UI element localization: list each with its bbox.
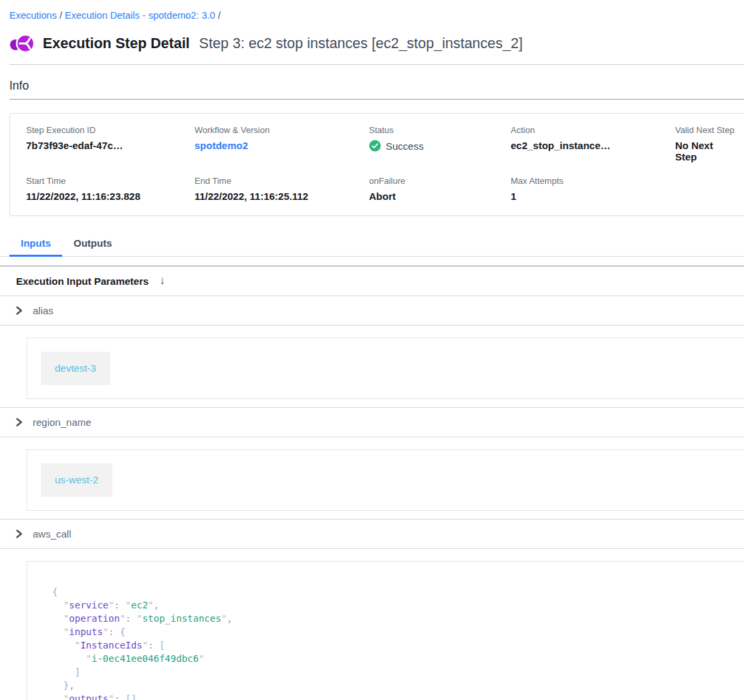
info-field: Valid Next StepNo Next Step [675, 125, 735, 162]
info-field-value: 11/22/2022, 11:16:25.112 [195, 191, 369, 202]
info-field-value: No Next Step [675, 140, 735, 162]
section-aws_call: aws_call{ "service": "ec2", "operation":… [0, 519, 744, 700]
breadcrumb-link[interactable]: Executions [9, 10, 57, 21]
status-value: Success [369, 140, 511, 152]
info-field-label: Status [369, 125, 511, 135]
section-header-alias[interactable]: alias [9, 296, 744, 325]
json-code: { "service": "ec2", "operation": "stop_i… [52, 585, 738, 700]
info-field-value: 1 [511, 191, 675, 202]
chevron-right-icon [15, 306, 23, 316]
section-name-label: region_name [33, 417, 92, 428]
tabs: InputsOutputs [0, 231, 744, 257]
info-field: Max Attempts1 [511, 176, 675, 202]
info-divider [9, 99, 744, 100]
workflow-logo-icon [9, 32, 35, 55]
params-sections: aliasdevtest-3region_nameus-west-2aws_ca… [9, 296, 744, 700]
info-field: StatusSuccess [369, 125, 511, 162]
workflow-link[interactable]: spotdemo2 [195, 140, 248, 151]
code-line: "inputs": { [52, 625, 738, 638]
success-check-icon [369, 140, 381, 152]
info-field-value: 7b73f93e-edaf-47c… [26, 140, 195, 151]
breadcrumb-separator: / [215, 10, 221, 21]
info-field: Start Time11/22/2022, 11:16:23.828 [26, 176, 195, 202]
info-field-label: Valid Next Step [675, 125, 735, 135]
title-divider [9, 64, 744, 65]
info-field-label: onFailure [369, 176, 511, 186]
breadcrumb-link[interactable]: Execution Details - spotdemo2: 3.0 [65, 10, 215, 21]
info-field-label: Step Execution ID [26, 125, 195, 135]
info-heading: Info [9, 79, 744, 93]
info-field: End Time11/22/2022, 11:16:25.112 [195, 176, 369, 202]
code-line: "service": "ec2", [52, 598, 738, 612]
value-chip[interactable]: us-west-2 [41, 463, 112, 497]
section-body-region_name: us-west-2 [9, 437, 744, 519]
code-line: "InstanceIds": [ [52, 638, 738, 652]
info-field: Step Execution ID7b73f93e-edaf-47c… [26, 125, 195, 162]
tab-outputs[interactable]: Outputs [62, 231, 124, 257]
section-header-region_name[interactable]: region_name [9, 408, 744, 437]
status-text: Success [386, 140, 424, 152]
info-field-value: ec2_stop_instance… [511, 140, 675, 151]
section-body-aws_call: { "service": "ec2", "operation": "stop_i… [9, 549, 744, 700]
code-line: "outputs": [] [52, 692, 738, 700]
chevron-right-icon [15, 417, 23, 427]
info-field-label: End Time [195, 176, 369, 186]
section-region_name: region_nameus-west-2 [0, 407, 744, 519]
breadcrumb-separator: / [57, 10, 65, 21]
tab-inputs[interactable]: Inputs [9, 231, 62, 257]
arrow-down-icon[interactable]: ↓ [159, 274, 165, 287]
section-header-aws_call[interactable]: aws_call [9, 519, 744, 548]
params-header: Execution Input Parameters ↓ [0, 267, 744, 296]
code-line: ] [52, 665, 738, 679]
info-card: Step Execution ID7b73f93e-edaf-47c…Workf… [9, 113, 744, 216]
params-heading: Execution Input Parameters [16, 275, 148, 287]
value-chip[interactable]: devtest-3 [41, 352, 110, 385]
value-box: us-west-2 [27, 449, 744, 511]
section-name-label: alias [33, 305, 53, 316]
breadcrumb: Executions / Execution Details - spotdem… [9, 10, 744, 21]
info-field-value: Abort [369, 191, 511, 202]
code-line: "i-0ec41ee046f49dbc6" [52, 652, 738, 665]
info-field-value: 11/22/2022, 11:16:23.828 [26, 191, 195, 202]
section-body-alias: devtest-3 [9, 326, 744, 407]
chevron-right-icon [15, 529, 23, 539]
value-box: devtest-3 [27, 338, 744, 399]
execution-step-detail-page: Executions / Execution Details - spotdem… [0, 0, 744, 700]
json-code-box: { "service": "ec2", "operation": "stop_i… [27, 561, 744, 700]
section-alias: aliasdevtest-3 [0, 296, 744, 407]
info-field-label: Workflow & Version [195, 125, 369, 135]
info-field: Workflow & Versionspotdemo2 [195, 125, 369, 162]
info-field: Actionec2_stop_instance… [511, 125, 675, 162]
page-subtitle: Step 3: ec2 stop instances [ec2_stop_ins… [199, 35, 523, 52]
section-name-label: aws_call [33, 528, 72, 540]
info-field-label: Start Time [26, 176, 195, 186]
page-title-row: Execution Step Detail Step 3: ec2 stop i… [9, 32, 744, 55]
code-line: "operation": "stop_instances", [52, 612, 738, 625]
info-field-label: Action [511, 125, 675, 135]
code-line: { [52, 585, 738, 598]
page-title: Execution Step Detail [43, 35, 190, 52]
code-line: }, [52, 679, 738, 692]
info-field-label: Max Attempts [511, 176, 675, 186]
info-field: onFailureAbort [369, 176, 511, 202]
